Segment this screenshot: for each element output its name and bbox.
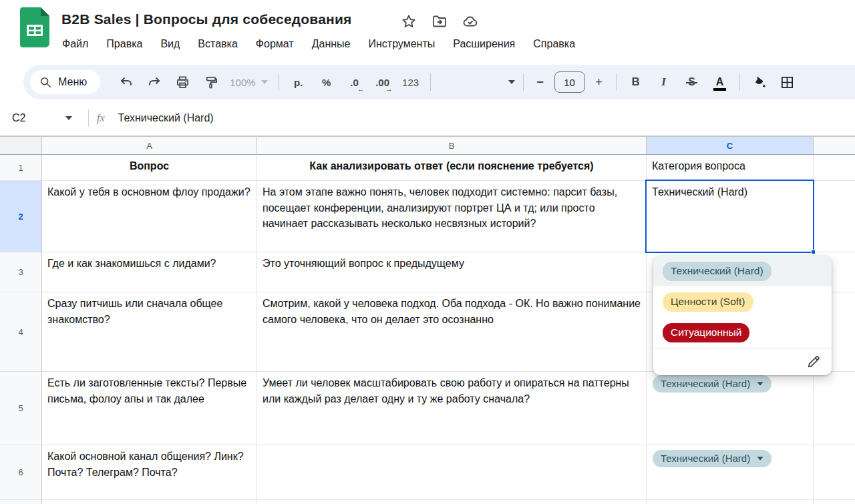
column-header-d[interactable] [814, 136, 855, 155]
paint-format-button[interactable] [196, 70, 224, 94]
cell-d1[interactable] [814, 155, 855, 181]
select-all-corner[interactable] [0, 136, 42, 155]
document-title[interactable]: B2B Sales | Вопросы для собеседования [61, 11, 352, 27]
fill-handle[interactable] [811, 250, 816, 254]
chevron-down-icon [261, 80, 268, 84]
menu-file[interactable]: Файл [62, 38, 88, 50]
row-header-5[interactable]: 5 [0, 372, 42, 445]
italic-button[interactable]: I [650, 70, 678, 94]
divider [523, 73, 524, 91]
dropdown-option-values[interactable]: Ценности (Soft) [653, 286, 832, 317]
number-format-button[interactable]: 123 [397, 70, 425, 94]
column-header-b[interactable]: B [257, 136, 647, 155]
column-header-a[interactable]: A [42, 136, 257, 155]
row-header-3[interactable]: 3 [0, 252, 42, 292]
cell-b5[interactable]: Умеет ли человек масштабировать свою раб… [257, 372, 647, 445]
sheets-logo-icon[interactable] [20, 7, 49, 47]
zoom-value: 100% [230, 77, 255, 88]
divider [739, 73, 740, 91]
cell-a4[interactable]: Сразу питчишь или сначала общее знакомст… [42, 292, 257, 372]
zoom-select[interactable]: 100% [230, 77, 267, 88]
title-actions [401, 13, 478, 29]
chevron-down-icon [757, 382, 763, 385]
print-icon [176, 75, 190, 89]
dropdown-options-panel: Технический (Hard) Ценности (Soft) Ситуа… [653, 256, 832, 375]
pencil-icon[interactable] [806, 354, 821, 369]
category-chip[interactable]: Технический (Hard) [653, 375, 772, 393]
option-chip: Ситуационный [663, 323, 749, 342]
cell-c6[interactable]: Технический (Hard) [647, 445, 814, 500]
menubar: Файл Правка Вид Вставка Формат Данные Ин… [62, 33, 575, 55]
cell-a2[interactable]: Какой у тебя в основном флоу продажи? [42, 181, 257, 252]
category-chip[interactable]: Технический (Hard) [653, 450, 772, 467]
cell-b2[interactable]: На этом этапе важно понять, человек подх… [257, 181, 647, 252]
cell-d5[interactable] [814, 372, 855, 445]
decrease-decimal-button[interactable]: .0 ← [341, 70, 369, 94]
cell-c5[interactable]: Технический (Hard) [647, 372, 814, 445]
cloud-saved-icon[interactable] [462, 13, 478, 29]
dropdown-option-technical[interactable]: Технический (Hard) [653, 256, 832, 286]
undo-icon [120, 75, 133, 89]
cell-d2[interactable] [814, 181, 855, 252]
strikethrough-button[interactable]: S [678, 70, 706, 94]
menu-data[interactable]: Данные [312, 38, 351, 50]
cell-c1[interactable]: Категория вопроса [647, 155, 814, 181]
cell-name-box[interactable]: C2 [0, 112, 79, 124]
fx-icon: fx [97, 112, 105, 124]
menu-format[interactable]: Формат [256, 38, 294, 50]
google-sheets-app: B2B Sales | Вопросы для собеседования Фа… [0, 0, 855, 504]
print-button[interactable] [168, 70, 196, 94]
arrow-right-icon: → [385, 85, 393, 93]
text-color-button[interactable]: A [706, 70, 734, 94]
redo-icon [148, 75, 161, 89]
star-icon[interactable] [401, 13, 417, 29]
fill-color-button[interactable] [745, 70, 774, 94]
cell-b1[interactable]: Как анализировать ответ (если пояснение … [257, 155, 647, 181]
cell-a3[interactable]: Где и как знакомишься с лидами? [42, 252, 257, 292]
cell-a5[interactable]: Есть ли заготовленные тексты? Первые пис… [42, 372, 257, 445]
menu-tools[interactable]: Инструменты [368, 38, 435, 50]
row-header-1[interactable]: 1 [0, 155, 42, 181]
cell-b3[interactable]: Это уточняющий вопрос к предыдущему [257, 252, 647, 292]
menu-search-button[interactable]: Меню [30, 70, 100, 94]
option-chip: Технический (Hard) [663, 262, 772, 281]
selected-cell-c2[interactable]: Технический (Hard) [645, 180, 814, 253]
cell-b6[interactable] [257, 445, 647, 500]
row-header-4[interactable]: 4 [0, 292, 42, 372]
menu-extensions[interactable]: Расширения [453, 38, 515, 50]
increase-decimal-button[interactable]: .00 → [369, 70, 397, 94]
menu-help[interactable]: Справка [533, 38, 575, 50]
cell-b4[interactable]: Смотрим, какой у человека подход. Оба по… [257, 292, 647, 372]
toolbar: Меню 100% р. % . [23, 65, 855, 99]
arrow-left-icon: ← [357, 85, 365, 93]
divider [430, 73, 431, 91]
undo-button[interactable] [112, 70, 140, 94]
row-header-7-partial[interactable] [0, 500, 42, 504]
decrease-font-size-button[interactable]: − [529, 70, 552, 94]
currency-format-button[interactable]: р. [285, 70, 313, 94]
row-header-6[interactable]: 6 [0, 445, 42, 500]
dropdown-option-situational[interactable]: Ситуационный [653, 317, 832, 348]
paint-format-icon [204, 75, 218, 89]
font-size-input[interactable]: 10 [554, 71, 585, 93]
divider [88, 109, 89, 127]
divider [616, 73, 617, 91]
move-to-folder-icon[interactable] [432, 13, 448, 29]
increase-font-size-button[interactable]: + [588, 70, 611, 94]
menu-edit[interactable]: Правка [106, 38, 142, 50]
row-header-2[interactable]: 2 [0, 181, 42, 252]
cell-d6[interactable] [814, 445, 855, 500]
menu-insert[interactable]: Вставка [198, 38, 237, 50]
column-header-c[interactable]: C [647, 136, 814, 155]
borders-button[interactable] [774, 70, 802, 94]
redo-button[interactable] [140, 70, 168, 94]
formula-input[interactable]: Технический (Hard) [118, 112, 214, 124]
menu-view[interactable]: Вид [160, 38, 180, 50]
cell-a6[interactable]: Какой основной канал общения? Линк? Почт… [42, 445, 257, 500]
cell-a1[interactable]: Вопрос [42, 155, 257, 181]
font-family-select[interactable] [436, 80, 515, 84]
chevron-down-icon [757, 457, 763, 460]
titlebar: B2B Sales | Вопросы для собеседования Фа… [0, 0, 855, 64]
percent-format-button[interactable]: % [313, 70, 341, 94]
bold-button[interactable]: B [622, 70, 650, 94]
